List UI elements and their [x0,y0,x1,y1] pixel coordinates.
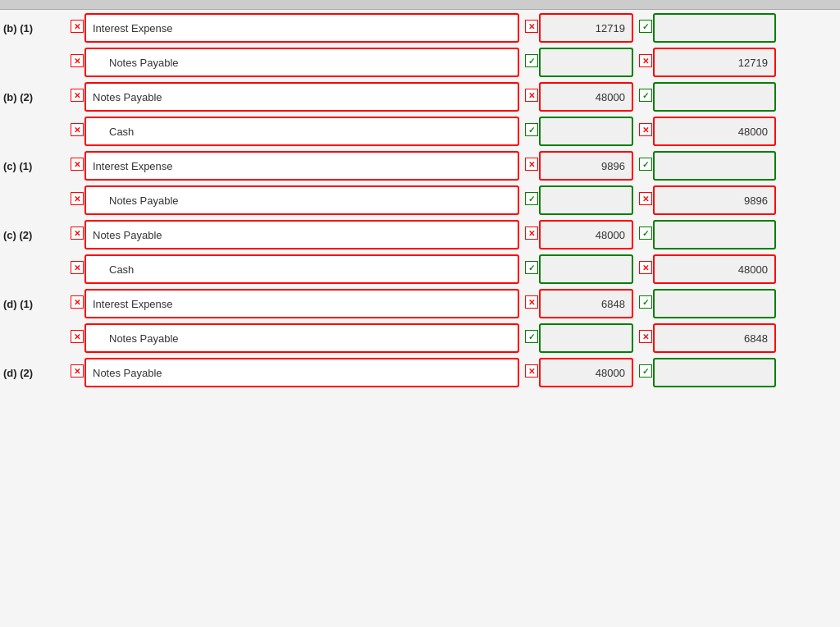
credit-input[interactable] [653,358,776,387]
table-row: (b) (1)✕Interest Expense✕12719✓ [0,11,840,44]
row-label: (d) (2) [3,367,71,379]
table-row: ✕Cash✓✕48000 [0,253,840,286]
account-input[interactable]: Notes Payable [84,220,519,249]
main-container: (b) (1)✕Interest Expense✕12719✓✕Notes Pa… [0,0,840,399]
error-icon: ✕ [525,158,538,171]
account-input[interactable]: Interest Expense [84,151,519,181]
account-input[interactable]: Notes Payable [84,48,519,77]
account-input[interactable]: Notes Payable [84,323,519,353]
error-icon: ✕ [71,89,84,102]
check-icon: ✓ [639,158,652,171]
debit-input[interactable] [539,117,633,146]
table-row: (c) (1)✕Interest Expense✕9896✓ [0,149,840,182]
debit-input[interactable] [539,254,633,284]
error-icon: ✕ [71,364,84,378]
error-icon: ✕ [71,227,84,240]
table-row: (d) (2)✕Notes Payable✕48000✓ [0,356,840,389]
check-icon: ✓ [525,330,538,343]
error-icon: ✕ [525,364,538,378]
error-icon: ✕ [71,54,84,67]
check-icon: ✓ [525,54,538,67]
debit-input[interactable]: 6848 [539,289,633,318]
check-icon: ✓ [525,123,538,136]
error-icon: ✕ [639,261,652,274]
table-row: ✕Cash✓✕48000 [0,115,840,148]
check-icon: ✓ [639,364,652,378]
row-label: (b) (2) [3,91,71,103]
error-icon: ✕ [639,330,652,343]
table-row: ✕Notes Payable✓✕6848 [0,322,840,355]
check-icon: ✓ [525,192,538,205]
debit-input[interactable]: 48000 [539,220,633,249]
error-icon: ✕ [639,192,652,205]
row-label: (b) (1) [3,22,71,34]
debit-input[interactable] [539,48,633,77]
account-input[interactable]: Notes Payable [84,358,519,387]
credit-input[interactable]: 12719 [653,48,776,77]
error-icon: ✕ [525,89,538,102]
row-label: (d) (1) [3,298,71,310]
error-icon: ✕ [71,123,84,136]
debit-input[interactable]: 9896 [539,151,633,181]
credit-input[interactable] [653,151,776,181]
row-label: (c) (2) [3,229,71,241]
credit-input[interactable]: 9896 [653,185,776,215]
account-input[interactable]: Notes Payable [84,185,519,215]
debit-input[interactable]: 12719 [539,13,633,43]
table-row: (d) (1)✕Interest Expense✕6848✓ [0,287,840,320]
error-icon: ✕ [71,20,84,33]
error-icon: ✕ [71,192,84,205]
error-icon: ✕ [639,123,652,136]
debit-input[interactable] [539,323,633,353]
table-row: ✕Notes Payable✓✕9896 [0,184,840,217]
error-icon: ✕ [71,295,84,309]
check-icon: ✓ [639,227,652,240]
error-icon: ✕ [525,227,538,240]
error-icon: ✕ [71,261,84,274]
table-row: (c) (2)✕Notes Payable✕48000✓ [0,218,840,251]
debit-input[interactable]: 48000 [539,358,633,387]
credit-input[interactable] [653,13,776,43]
error-icon: ✕ [525,20,538,33]
account-input[interactable]: Interest Expense [84,289,519,318]
table-row: (b) (2)✕Notes Payable✕48000✓ [0,80,840,113]
row-label: (c) (1) [3,160,71,172]
credit-input[interactable]: 6848 [653,323,776,353]
credit-input[interactable]: 48000 [653,254,776,284]
account-input[interactable]: Cash [84,117,519,146]
account-input[interactable]: Notes Payable [84,82,519,112]
error-icon: ✕ [71,330,84,343]
check-icon: ✓ [639,89,652,102]
table-row: ✕Notes Payable✓✕12719 [0,46,840,79]
error-icon: ✕ [525,295,538,309]
error-icon: ✕ [71,158,84,171]
check-icon: ✓ [639,20,652,33]
check-icon: ✓ [639,295,652,309]
error-icon: ✕ [639,54,652,67]
account-input[interactable]: Interest Expense [84,13,519,43]
credit-input[interactable] [653,289,776,318]
credit-input[interactable] [653,82,776,112]
credit-input[interactable] [653,220,776,249]
debit-input[interactable] [539,185,633,215]
check-icon: ✓ [525,261,538,274]
debit-input[interactable]: 48000 [539,82,633,112]
account-input[interactable]: Cash [84,254,519,284]
credit-input[interactable]: 48000 [653,117,776,146]
top-bar [0,0,840,10]
